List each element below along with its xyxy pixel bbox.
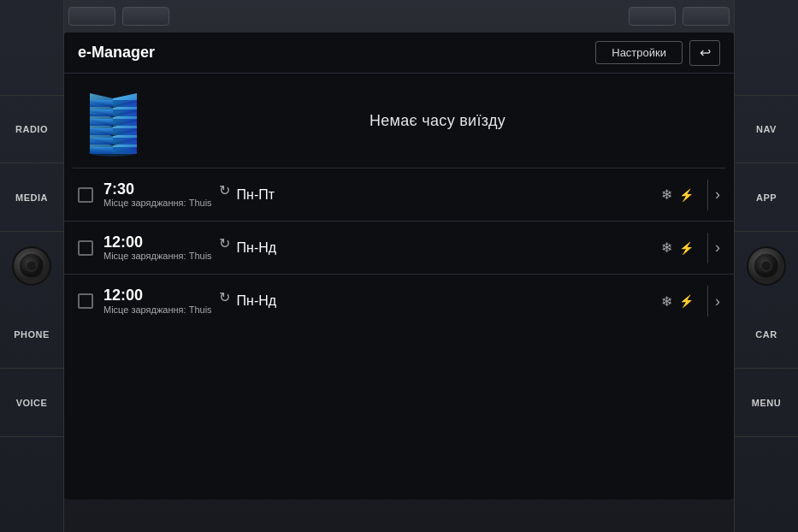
back-button[interactable]: ↩ bbox=[689, 40, 720, 66]
screen-body: Немає часу виїзду 7:30 Місце заряджання:… bbox=[64, 74, 734, 499]
schedule-arrow-2: › bbox=[715, 293, 720, 310]
schedule-row-2[interactable]: 12:00 Місце заряджання: Thuis ↻ Пн-Нд ❄ … bbox=[64, 275, 734, 328]
schedule-action-icons-0: ❄ ⚡ bbox=[661, 186, 694, 203]
schedule-action-icons-1: ❄ ⚡ bbox=[661, 239, 694, 256]
top-btn-4[interactable] bbox=[683, 7, 730, 26]
back-icon: ↩ bbox=[700, 44, 711, 61]
svg-rect-25 bbox=[113, 109, 137, 116]
svg-rect-24 bbox=[90, 109, 113, 116]
schedule-list: 7:30 Місце заряджання: Thuis ↻ Пн-Пт ❄ ⚡… bbox=[64, 168, 734, 499]
schedule-action-icons-2: ❄ ⚡ bbox=[661, 293, 694, 310]
schedule-row-1[interactable]: 12:00 Місце заряджання: Thuis ↻ Пн-Нд ❄ … bbox=[64, 222, 734, 275]
schedule-repeat-icon-2: ↻ bbox=[219, 289, 230, 305]
car-label: CAR bbox=[755, 329, 777, 340]
svg-point-2 bbox=[27, 261, 37, 271]
schedule-time-block-0: 7:30 Місце заряджання: Thuis bbox=[103, 181, 212, 209]
schedule-arrow-1: › bbox=[715, 239, 720, 257]
left-knob[interactable] bbox=[11, 245, 52, 287]
top-btn-1[interactable] bbox=[68, 7, 115, 26]
top-buttons-row bbox=[0, 7, 798, 26]
svg-rect-17 bbox=[113, 128, 137, 135]
schedule-days-0: Пн-Пт bbox=[237, 187, 297, 203]
sidebar-item-media[interactable]: MEDIA bbox=[0, 163, 63, 232]
app-title: e-Manager bbox=[78, 44, 595, 62]
left-nav: RADIO MEDIA bbox=[0, 0, 64, 532]
sidebar-item-menu[interactable]: MENU bbox=[735, 369, 798, 437]
sidebar-item-voice[interactable]: VOICE bbox=[0, 369, 63, 437]
right-knob[interactable] bbox=[746, 245, 787, 287]
svg-rect-20 bbox=[90, 119, 113, 126]
right-nav: NAV APP bbox=[734, 0, 798, 532]
svg-point-30 bbox=[89, 148, 137, 157]
schedule-location-0: Місце заряджання: Thuis bbox=[103, 198, 212, 208]
menu-label: MENU bbox=[752, 398, 781, 408]
battery-3d-icon bbox=[81, 82, 145, 159]
top-section: Немає часу виїзду bbox=[64, 74, 734, 168]
schedule-time-0: 7:30 bbox=[103, 181, 212, 198]
schedule-time-2: 12:00 bbox=[103, 287, 212, 304]
sidebar-item-nav[interactable]: NAV bbox=[735, 95, 798, 163]
main-screen: e-Manager Настройки ↩ bbox=[64, 33, 734, 499]
settings-button[interactable]: Настройки bbox=[595, 41, 683, 64]
voice-label: VOICE bbox=[16, 398, 48, 408]
schedule-days-1: Пн-Нд bbox=[237, 240, 297, 256]
schedule-time-block-1: 12:00 Місце заряджання: Thuis bbox=[103, 234, 212, 262]
row-v-divider-1 bbox=[707, 233, 708, 263]
svg-rect-28 bbox=[90, 100, 113, 107]
svg-point-5 bbox=[761, 261, 771, 271]
phone-label: PHONE bbox=[14, 329, 50, 340]
schedule-time-1: 12:00 bbox=[103, 234, 212, 251]
charge-icon-2: ⚡ bbox=[679, 294, 694, 308]
schedule-repeat-icon-1: ↻ bbox=[219, 235, 230, 251]
svg-rect-13 bbox=[113, 138, 137, 145]
schedule-row-0[interactable]: 7:30 Місце заряджання: Thuis ↻ Пн-Пт ❄ ⚡… bbox=[64, 168, 734, 222]
media-label: MEDIA bbox=[15, 192, 48, 203]
no-departure-message: Немає часу виїзду bbox=[158, 112, 717, 130]
radio-label: RADIO bbox=[15, 124, 48, 134]
top-btn-group-right bbox=[629, 7, 730, 26]
knob-right-area bbox=[735, 232, 798, 300]
nav-label: NAV bbox=[756, 124, 777, 134]
svg-rect-16 bbox=[90, 128, 113, 135]
schedule-repeat-icon-0: ↻ bbox=[219, 182, 230, 198]
climate-icon-1: ❄ bbox=[661, 239, 672, 256]
climate-icon-2: ❄ bbox=[661, 293, 672, 310]
top-btn-3[interactable] bbox=[629, 7, 676, 26]
sidebar-item-phone[interactable]: PHONE bbox=[0, 300, 63, 369]
sidebar-item-car[interactable]: CAR bbox=[735, 300, 798, 369]
battery-icon-container bbox=[81, 82, 158, 159]
schedule-checkbox-0[interactable] bbox=[78, 187, 93, 203]
charge-icon-1: ⚡ bbox=[679, 241, 694, 255]
knob-left-area bbox=[0, 232, 63, 300]
svg-rect-12 bbox=[90, 138, 113, 145]
charge-icon-0: ⚡ bbox=[679, 188, 694, 202]
car-bezel: RADIO MEDIA bbox=[0, 0, 798, 532]
climate-icon-0: ❄ bbox=[661, 186, 672, 203]
schedule-location-1: Місце заряджання: Thuis bbox=[103, 251, 212, 261]
row-v-divider-0 bbox=[707, 180, 708, 210]
svg-rect-21 bbox=[113, 119, 137, 126]
row-v-divider-2 bbox=[707, 286, 708, 316]
schedule-days-2: Пн-Нд bbox=[237, 293, 297, 309]
svg-rect-29 bbox=[113, 100, 137, 107]
schedule-checkbox-1[interactable] bbox=[78, 240, 93, 256]
app-label: APP bbox=[756, 192, 777, 203]
top-btn-group-left bbox=[68, 7, 169, 26]
sidebar-item-app[interactable]: APP bbox=[735, 163, 798, 232]
screen-header: e-Manager Настройки ↩ bbox=[64, 33, 734, 74]
schedule-arrow-0: › bbox=[715, 186, 720, 204]
schedule-location-2: Місце заряджання: Thuis bbox=[103, 304, 212, 315]
schedule-checkbox-2[interactable] bbox=[78, 293, 93, 309]
top-btn-2[interactable] bbox=[122, 7, 169, 26]
schedule-time-block-2: 12:00 Місце заряджання: Thuis bbox=[103, 287, 212, 315]
sidebar-item-radio[interactable]: RADIO bbox=[0, 95, 63, 163]
